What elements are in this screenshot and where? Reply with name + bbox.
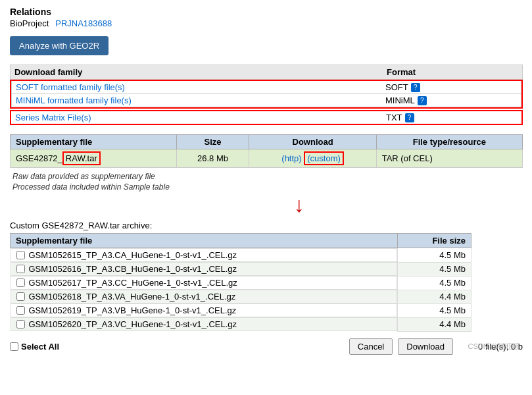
down-arrow-icon: ↓ [294,194,304,215]
inner-size-cell: 4.4 Mb [397,290,471,303]
supp-row: GSE42872_RAW.tar 26.8 Mb (http) (custom)… [11,149,523,168]
inner-file-cell: GSM1052618_TP_A3.VA_HuGene-1_0-st-v1_.CE… [11,290,397,303]
file-name: GSM1052617_TP_A3.CC_HuGene-1_0-st-v1_.CE… [29,278,237,288]
df-header-format: Format [387,67,518,77]
select-all-text: Select All [21,342,59,352]
inner-file-cell: GSM1052620_TP_A3.VC_HuGene-1_0-st-v1_.CE… [11,317,397,331]
gpl-rows-group: SOFT formatted family file(s) SOFT ? MIN… [10,80,523,109]
inner-table-row: GSM1052615_TP_A3.CA_HuGene-1_0-st-v1_.CE… [11,248,472,263]
df-row-soft: SOFT formatted family file(s) SOFT ? [11,81,521,94]
file-name: GSM1052620_TP_A3.VC_HuGene-1_0-st-v1_.CE… [29,319,237,329]
file-checkbox[interactable] [16,251,25,259]
bottom-bar: Select All Cancel Download 0 file(s), 0 … [10,338,523,355]
file-checkbox[interactable] [16,278,25,287]
inner-table-row: GSM1052618_TP_A3.VA_HuGene-1_0-st-v1_.CE… [11,290,472,303]
soft-help-icon[interactable]: ? [411,83,420,92]
inner-header-size: File size [397,234,471,248]
inner-size-cell: 4.4 Mb [397,317,471,331]
bioproject-link[interactable]: PRJNA183688 [55,18,112,28]
df-header-left: Download family [14,67,387,77]
inner-size-cell: 4.5 Mb [397,303,471,317]
custom-archive-label: Custom GSE42872_RAW.tar archive: [10,221,523,230]
inner-table-row: GSM1052616_TP_A3.CB_HuGene-1_0-st-v1_.CE… [11,262,472,276]
matrix-format: TXT [386,113,402,122]
inner-file-cell: GSM1052619_TP_A3.VB_HuGene-1_0-st-v1_.CE… [11,303,397,317]
supp-header-file: Supplementary file [11,135,177,149]
miniml-help-icon[interactable]: ? [418,96,427,105]
df-row-miniml: MINiML formatted family file(s) MINiML ? [11,94,521,107]
file-checkbox[interactable] [16,292,25,301]
miniml-family-link[interactable]: MINiML formatted family file(s) [16,95,132,105]
select-all-checkbox[interactable] [10,342,18,351]
inner-table-row: GSM1052617_TP_A3.CC_HuGene-1_0-st-v1_.CE… [11,276,472,290]
supp-filename-cell: GSE42872_RAW.tar [11,149,177,168]
inner-table-row: GSM1052620_TP_A3.VC_HuGene-1_0-st-v1_.CE… [11,317,472,331]
cancel-button[interactable]: Cancel [349,338,393,355]
inner-size-cell: 4.5 Mb [397,276,471,290]
soft-family-link[interactable]: SOFT formatted family file(s) [16,82,125,92]
note-processed: Processed data included within Sample ta… [10,182,523,192]
csdn-watermark: CSDN @福旺旺 [468,342,520,352]
relations-title: Relations [10,7,523,17]
download-button[interactable]: Download [398,338,453,355]
series-matrix-link[interactable]: Series Matrix File(s) [15,113,91,122]
inner-supplementary-table: Supplementary file File size GSM1052615_… [10,233,472,332]
file-checkbox[interactable] [16,320,25,329]
note-raw: Raw data provided as supplementary file [10,172,523,181]
supp-size: 26.8 Mb [176,149,249,168]
matrix-help-icon[interactable]: ? [405,113,414,122]
supp-download-cell: (http) (custom) [249,149,376,168]
inner-file-cell: GSM1052615_TP_A3.CA_HuGene-1_0-st-v1_.CE… [11,248,397,262]
download-family-section: Download family Format SOFT formatted fa… [10,65,523,125]
file-name: GSM1052618_TP_A3.VA_HuGene-1_0-st-v1_.CE… [29,292,236,302]
select-all-label[interactable]: Select All [10,342,59,352]
inner-header-file: Supplementary file [11,234,398,248]
miniml-format: MINiML [385,95,415,105]
file-checkbox[interactable] [16,265,25,273]
raw-tar-label: RAW.tar [62,151,101,165]
analyze-geo2r-button[interactable]: Analyze with GEO2R [10,36,109,55]
file-name: GSM1052616_TP_A3.CB_HuGene-1_0-st-v1_.CE… [29,264,237,274]
supp-header-download: Download [249,135,376,149]
soft-format: SOFT [385,82,408,92]
download-http-link[interactable]: (http) [281,153,301,163]
supp-header-size: Size [176,135,249,149]
download-family-header: Download family Format [10,65,523,80]
file-name: GSM1052615_TP_A3.CA_HuGene-1_0-st-v1_.CE… [29,250,237,260]
file-name: GSM1052619_TP_A3.VB_HuGene-1_0-st-v1_.CE… [29,305,237,315]
file-checkbox[interactable] [16,306,25,315]
supp-filetype: TAR (of CEL) [376,149,522,168]
arrow-container: ↓ [10,194,523,215]
inner-size-cell: 4.5 Mb [397,248,471,263]
df-row-matrix: Series Matrix File(s) TXT ? [11,111,521,124]
inner-file-cell: GSM1052617_TP_A3.CC_HuGene-1_0-st-v1_.CE… [11,276,397,290]
inner-file-cell: GSM1052616_TP_A3.CB_HuGene-1_0-st-v1_.CE… [11,262,397,276]
supp-header-filetype: File type/resource [376,135,522,149]
inner-size-cell: 4.5 Mb [397,262,471,276]
supplementary-table: Supplementary file Size Download File ty… [10,134,523,168]
bioproject-label: BioProject [10,18,49,28]
ges-row-group: Series Matrix File(s) TXT ? [10,110,523,125]
download-custom-link[interactable]: (custom) [304,151,344,165]
inner-table-row: GSM1052619_TP_A3.VB_HuGene-1_0-st-v1_.CE… [11,303,472,317]
